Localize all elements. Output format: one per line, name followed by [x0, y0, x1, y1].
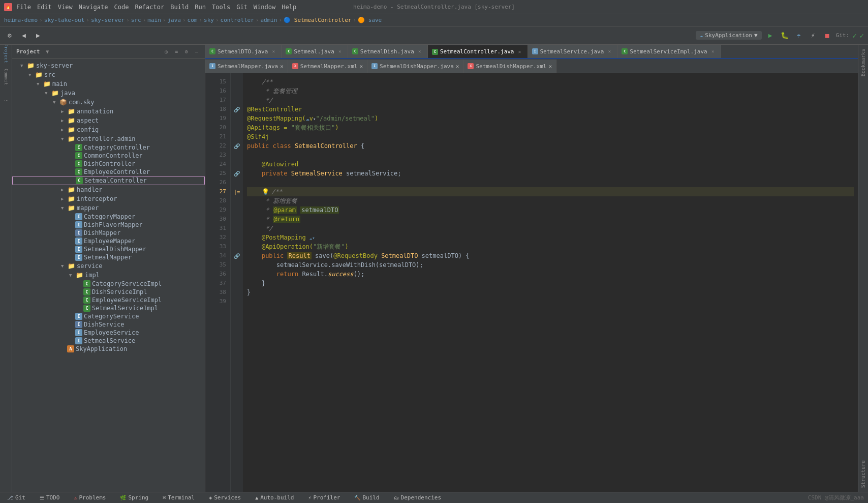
tree-node-mapper[interactable]: ▼ 📁 mapper	[12, 203, 205, 213]
status-git[interactable]: ⎇ Git	[4, 492, 28, 504]
run-config-selector[interactable]: ☁ SkyApplication ▼	[696, 31, 762, 40]
status-spring[interactable]: 🌿 Spring	[117, 492, 151, 504]
tree-node-setmealcontroller[interactable]: C SetmealController	[12, 176, 205, 185]
tree-node-aspect[interactable]: ▶ 📁 aspect	[12, 116, 205, 125]
menu-tools[interactable]: Tools	[212, 4, 230, 11]
panel-action-locate[interactable]: ◎	[162, 48, 170, 56]
bc-sky[interactable]: sky	[204, 17, 214, 23]
bc-src[interactable]: src	[131, 17, 141, 23]
debug-button[interactable]: 🐛	[779, 30, 790, 41]
tab2-setmealdishmapper-xml[interactable]: X SetmealDishMapper.xml ✕	[463, 60, 556, 73]
gutter-18[interactable]: 🔗	[231, 105, 243, 114]
bc-java[interactable]: java	[167, 17, 181, 23]
tree-node-categorycontroller[interactable]: C CategoryController	[12, 143, 205, 152]
menu-help[interactable]: Help	[282, 4, 296, 11]
menu-git[interactable]: Git	[236, 4, 247, 11]
menu-bar[interactable]: File Edit View Navigate Code Refactor Bu…	[16, 4, 296, 11]
tab-setmealserviceimpl[interactable]: C SetmealServiceImpl.java ✕	[617, 45, 721, 58]
tree-node-dishcontroller[interactable]: C DishController	[12, 160, 205, 168]
tree-node-dishservice[interactable]: I DishService	[12, 320, 205, 329]
bc-method[interactable]: 🟠 save	[358, 17, 382, 23]
tree-node-setmealmapper[interactable]: I SetmealMapper	[12, 253, 205, 261]
bookmarks-label[interactable]: Bookmarks	[860, 45, 866, 80]
bc-controller[interactable]: controller	[221, 17, 254, 23]
tree-node-impl[interactable]: ▼ 📁 impl	[12, 271, 205, 280]
project-sidebar-icon[interactable]: Project	[2, 49, 11, 58]
tree-node-categoryservice[interactable]: I CategoryService	[12, 312, 205, 320]
bc-controller-file[interactable]: 🔵 SetmealController	[284, 17, 351, 23]
status-problems[interactable]: ⚠ Problems	[71, 492, 109, 504]
tree-node-employeemapper[interactable]: I EmployeeMapper	[12, 237, 205, 245]
structure-label[interactable]: Structure	[860, 456, 866, 492]
toolbar-nav-back[interactable]: ◀	[18, 30, 29, 41]
menu-refactor[interactable]: Refactor	[135, 4, 164, 11]
tree-node-setmealservice[interactable]: I SetmealService	[12, 337, 205, 345]
git-check2[interactable]: ✓	[860, 32, 864, 40]
profile-button[interactable]: ⚡	[808, 30, 819, 41]
tab-setmealcontroller[interactable]: C SetmealController.java ✕	[428, 45, 528, 58]
toolbar-gear[interactable]: ⚙	[4, 30, 15, 41]
gutter-25[interactable]: 🔗	[231, 169, 243, 178]
tab-close-btn[interactable]: ✕	[709, 48, 717, 55]
tree-node-commoncontroller[interactable]: C CommonController	[12, 152, 205, 160]
tab-close-btn[interactable]: ✕	[359, 63, 363, 70]
status-services[interactable]: ◈ Services	[206, 492, 244, 504]
tab-close-btn[interactable]: ✕	[516, 48, 523, 55]
panel-action-collapse[interactable]: ≡	[172, 48, 180, 56]
git-icon[interactable]: ⋮	[2, 96, 11, 105]
menu-navigate[interactable]: Navigate	[79, 4, 108, 11]
tab2-setmealdishmapper[interactable]: I SetmealDishMapper.java ✕	[367, 60, 463, 73]
tree-node-service[interactable]: ▼ 📁 service	[12, 261, 205, 271]
status-terminal[interactable]: ⌘ Terminal	[160, 492, 198, 504]
run-button[interactable]: ▶	[765, 30, 776, 41]
menu-build[interactable]: Build	[170, 4, 189, 11]
tree-node-annotation[interactable]: ▶ 📁 annotation	[12, 107, 205, 116]
tab-setmealdto[interactable]: C SetmealDTO.java ✕	[205, 45, 282, 58]
tree-node-java[interactable]: ▼ 📁 java	[12, 88, 205, 98]
tab-close-btn[interactable]: ✕	[606, 48, 613, 55]
menu-window[interactable]: Window	[254, 4, 275, 11]
tree-node-sky-server[interactable]: ▼ 📁 sky-server	[12, 61, 205, 70]
tree-node-skyapplication[interactable]: A SkyApplication	[12, 345, 205, 353]
status-dependencies[interactable]: 🗂 Dependencies	[391, 492, 444, 504]
tab-setmeal[interactable]: C Setmeal.java ✕	[282, 45, 348, 58]
stop-button[interactable]: ■	[822, 30, 833, 41]
tab2-setmealmapper[interactable]: I SetmealMapper.java ✕	[205, 60, 288, 73]
tree-node-employeeservice[interactable]: I EmployeeService	[12, 329, 205, 337]
bc-main[interactable]: main	[147, 17, 161, 23]
tab-close-btn[interactable]: ✕	[336, 48, 344, 55]
tree-node-categorymapper[interactable]: I CategoryMapper	[12, 213, 205, 221]
panel-dropdown[interactable]: ▼	[46, 49, 49, 54]
tree-node-src[interactable]: ▼ 📁 src	[12, 70, 205, 79]
bc-admin[interactable]: admin	[260, 17, 277, 23]
code-content[interactable]: /** * 套餐管理 */ @RestController @RequestMa…	[243, 73, 858, 492]
tree-node-employeeserviceimpl[interactable]: C EmployeeServiceImpl	[12, 296, 205, 304]
status-todo[interactable]: ☰ TODO	[37, 492, 63, 504]
menu-code[interactable]: Code	[114, 4, 129, 11]
tree-node-dishserviceimpl[interactable]: C DishServiceImpl	[12, 288, 205, 296]
tree-node-employeecontroller[interactable]: C EmployeeController	[12, 168, 205, 176]
panel-action-settings[interactable]: ⚙	[182, 48, 191, 56]
tree-node-categoryserviceimpl[interactable]: C CategoryServiceImpl	[12, 280, 205, 288]
tab-close-btn[interactable]: ✕	[416, 48, 423, 55]
status-profiler[interactable]: ⚡ Profiler	[305, 492, 343, 504]
toolbar-nav-fwd[interactable]: ▶	[33, 30, 44, 41]
tree-node-interceptor[interactable]: ▶ 📁 interceptor	[12, 194, 205, 203]
tree-node-main[interactable]: ▼ 📁 main	[12, 79, 205, 88]
commit-sidebar-icon[interactable]: Commit	[2, 72, 11, 81]
tree-node-com-sky[interactable]: ▼ 📦 com.sky	[12, 98, 205, 107]
bc-sky-server[interactable]: sky-server	[91, 17, 125, 23]
tree-node-setmealdishmapper[interactable]: I SetmealDishMapper	[12, 245, 205, 253]
menu-run[interactable]: Run	[195, 4, 206, 11]
tree-node-handler[interactable]: ▶ 📁 handler	[12, 185, 205, 194]
menu-file[interactable]: File	[16, 4, 31, 11]
tree-node-controller-admin[interactable]: ▼ 📁 controller.admin	[12, 134, 205, 143]
tab-close-btn[interactable]: ✕	[280, 63, 284, 70]
tab-setmealservice[interactable]: I SetmealService.java ✕	[528, 45, 618, 58]
gutter-22[interactable]: 🔗	[231, 141, 243, 151]
menu-edit[interactable]: Edit	[37, 4, 52, 11]
tab-close-btn[interactable]: ✕	[456, 63, 459, 70]
status-build[interactable]: 🔨 Build	[351, 492, 382, 504]
tab2-setmealmappe-xml[interactable]: X SetmealMapper.xml ✕	[288, 60, 367, 73]
git-check1[interactable]: ✓	[852, 32, 856, 40]
